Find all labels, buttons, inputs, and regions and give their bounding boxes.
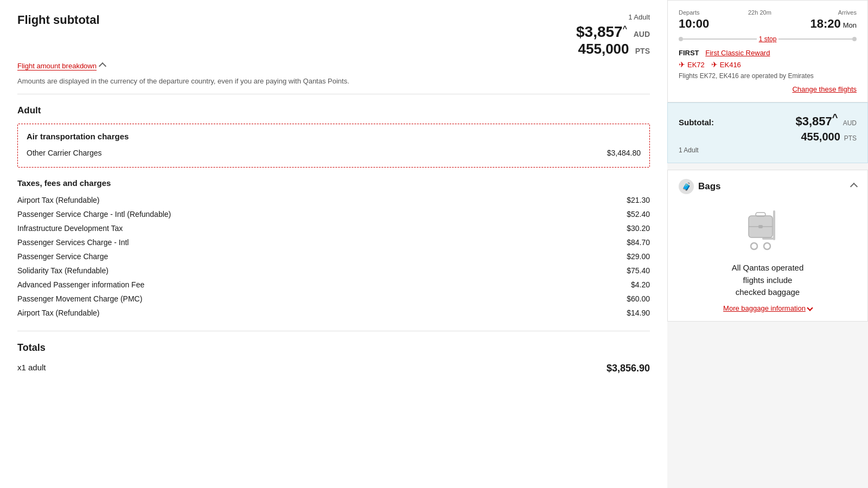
arrives-day: Mon: [843, 21, 857, 29]
price-pts-row: 455,000 PTS: [576, 41, 650, 57]
price-pts: 455,000 PTS: [576, 41, 650, 57]
chevron-down-icon: [807, 305, 813, 311]
arrives-label: Arrives: [810, 9, 857, 16]
baggage-info-link[interactable]: More baggage information: [679, 304, 857, 312]
departs-time: 10:00: [679, 17, 709, 30]
subtotal-currency: AUD: [843, 119, 857, 127]
flight-codes: ✈ EK72 ✈ EK416: [679, 60, 857, 69]
taxes-title: Taxes, fees and charges: [17, 178, 650, 188]
subtotal-pts: 455,000: [801, 131, 840, 143]
notice-text: Amounts are displayed in the currency of…: [17, 77, 650, 94]
page-title: Flight subtotal: [17, 13, 100, 27]
duration-label: 22h 20m: [748, 9, 771, 16]
flight-card: Departs 10:00 22h 20m Arrives 18:20 Mon …: [667, 0, 868, 102]
bags-chevron-up-icon[interactable]: [850, 183, 858, 190]
tax-row-2: Infrastructure Development Tax$30.20: [17, 221, 650, 235]
flight-code-2: ✈ EK416: [711, 60, 741, 69]
divider: [17, 331, 650, 331]
luggage-illustration: [679, 205, 857, 255]
subtotal-price: $3,857^: [796, 114, 841, 128]
svg-point-6: [751, 243, 757, 249]
bags-icon: 🧳: [679, 179, 694, 194]
tax-row-8: Airport Tax (Refundable)$14.90: [17, 306, 650, 320]
svg-rect-0: [773, 210, 775, 240]
tax-row-6: Advanced Passenger information Fee$4.20: [17, 278, 650, 292]
tax-row-5: Solidarity Tax (Refundable)$75.40: [17, 264, 650, 278]
flight-class-first: FIRST: [679, 49, 699, 57]
tax-row-0: Airport Tax (Refundable)$21.30: [17, 193, 650, 207]
air-transport-box: Air transportation charges Other Carrier…: [17, 124, 650, 168]
line-segment-2: [778, 38, 852, 40]
air-transport-title: Air transportation charges: [27, 132, 641, 141]
arrival-dot: [852, 37, 857, 41]
flight-code-1: ✈ EK72: [679, 60, 705, 69]
plane-icon-2: ✈: [711, 60, 718, 69]
departure-dot: [679, 37, 683, 41]
departs-label: Departs: [679, 9, 709, 16]
class-type-link[interactable]: First Classic Reward: [705, 49, 770, 57]
adult-count: 1 Adult: [576, 13, 650, 21]
tax-row-1: Passenger Service Charge - Intl (Refunda…: [17, 207, 650, 221]
subtotal-pts-label: PTS: [844, 134, 857, 142]
charge-row: Other Carrier Charges $3,484.80: [27, 146, 641, 159]
subtotal-adult: 1 Adult: [679, 146, 857, 154]
tax-row-3: Passenger Services Charge - Intl$84.70: [17, 235, 650, 249]
breakdown-link[interactable]: Flight amount breakdown: [17, 62, 97, 70]
stop-line: 1 stop: [679, 35, 857, 43]
tax-row-7: Passenger Movement Charge (PMC)$60.00: [17, 292, 650, 306]
charge-label: Other Carrier Charges: [27, 149, 102, 157]
price-aud: $3,857^ AUD: [576, 23, 650, 41]
operated-by: Flights EK72, EK416 are operated by Emir…: [679, 72, 857, 80]
tax-row-4: Passenger Service Charge$29.00: [17, 249, 650, 264]
bags-description: All Qantas operatedflights includechecke…: [679, 262, 857, 299]
bags-title: Bags: [698, 181, 721, 192]
line-segment-1: [683, 38, 757, 40]
total-row: x1 adult $3,856.90: [17, 360, 650, 377]
charge-amount: $3,484.80: [607, 149, 641, 157]
svg-rect-5: [758, 225, 763, 228]
subtotal-card: Subtotal: $3,857^ AUD 455,000 PTS 1 Adul…: [667, 102, 868, 163]
total-amount: $3,856.90: [607, 363, 650, 374]
plane-icon-1: ✈: [679, 60, 685, 69]
taxes-list: Airport Tax (Refundable)$21.30Passenger …: [17, 193, 650, 320]
change-flights-link[interactable]: Change these flights: [679, 85, 857, 93]
adult-section-title: Adult: [17, 105, 650, 116]
svg-point-7: [764, 243, 770, 249]
stop-link[interactable]: 1 stop: [759, 35, 777, 43]
subtotal-label: Subtotal:: [679, 118, 714, 127]
total-label: x1 adult: [17, 363, 46, 374]
bags-card: 🧳 Bags: [667, 170, 868, 322]
arrives-time: 18:20: [810, 17, 841, 30]
chevron-up-icon: [99, 62, 106, 70]
totals-title: Totals: [17, 342, 650, 354]
